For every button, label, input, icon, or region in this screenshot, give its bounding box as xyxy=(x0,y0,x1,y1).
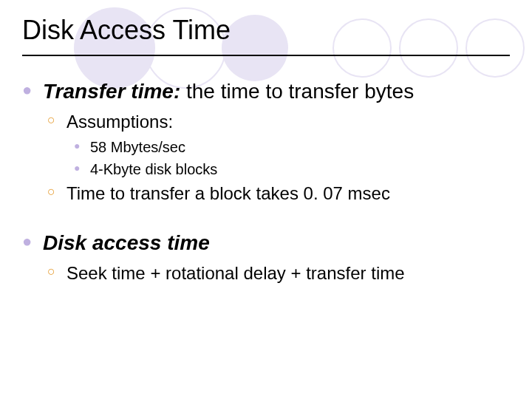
transfer-time-desc: the time to transfer bytes xyxy=(180,80,414,103)
disk-access-head: Disk access time xyxy=(43,231,210,254)
bullet-formula: Seek time + rotational delay + transfer … xyxy=(22,262,510,284)
slide-title: Disk Access Time xyxy=(22,15,510,50)
bullet-assumption-2: 4-Kbyte disk blocks xyxy=(22,160,510,179)
bullet-transfer-result: Time to transfer a block takes 0. 07 mse… xyxy=(22,182,510,205)
transfer-time-head: Transfer time: xyxy=(43,80,180,103)
bullet-assumptions: Assumptions: xyxy=(22,110,510,133)
bullet-disk-access-time: Disk access time xyxy=(22,230,510,256)
bullet-transfer-time: Transfer time: the time to transfer byte… xyxy=(22,78,510,104)
bullet-assumption-1: 58 Mbytes/sec xyxy=(22,137,510,157)
slide-content: Disk Access Time Transfer time: the time… xyxy=(0,0,532,285)
title-underline xyxy=(22,55,510,56)
